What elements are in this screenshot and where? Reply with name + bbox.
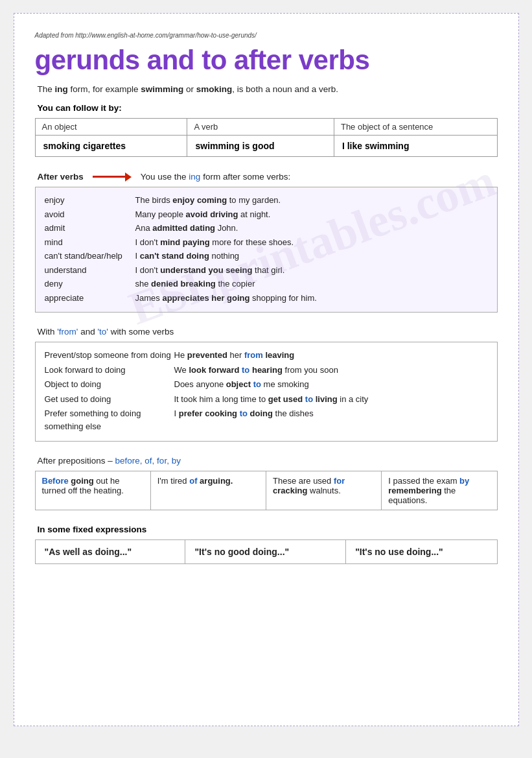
follow-label: You can follow it by: — [35, 103, 498, 113]
source-line: Adapted from http://www.english-at-home.… — [35, 32, 498, 39]
from-to-row-5: Prefer something to doing something else… — [45, 407, 488, 432]
prep-cell-2: I'm tired of arguing. — [150, 471, 266, 510]
intro-text-before: The — [38, 84, 55, 94]
col-cell-1: smoking cigarettes — [35, 136, 187, 157]
verb-appreciate: appreciate — [45, 292, 135, 305]
from-to-row-2: Look forward to doing We look forward to… — [45, 364, 488, 377]
verb-cant: can't stand/bear/help — [45, 250, 135, 263]
from-to-left-2: Look forward to doing — [45, 364, 174, 377]
verb-row-admit: admit Ana admitted dating John. — [45, 222, 488, 235]
verb-deny: deny — [45, 278, 135, 290]
quote-from: 'from' — [57, 327, 78, 337]
prepositions-title-before: After prepositions – — [38, 456, 115, 466]
from-to-title-before: With — [38, 327, 58, 337]
ing-blue: ing — [189, 172, 200, 182]
from-to-left-3: Object to doing — [45, 378, 174, 391]
smoking-bold: smoking — [196, 84, 233, 94]
verb-understand: understand — [45, 264, 135, 277]
swimming-bold: swimming — [141, 84, 183, 94]
verb-admit-example: Ana admitted dating John. — [135, 222, 488, 235]
from-to-row-4: Get used to doing It took him a long tim… — [45, 393, 488, 406]
prepositions-table: Before going out he turned off the heati… — [35, 471, 498, 510]
verb-enjoy: enjoy — [45, 194, 135, 207]
verb-row-appreciate: appreciate James appreciates her going s… — [45, 292, 488, 305]
verbs-box: enjoy The birds enjoy coming to my garde… — [35, 187, 498, 313]
fixed-title: In some fixed expressions — [35, 525, 498, 534]
quote-to: 'to' — [97, 327, 108, 337]
prep-cell-3: These are used for cracking walnuts. — [266, 471, 382, 510]
verb-row-cant: can't stand/bear/help I can't stand doin… — [45, 250, 488, 263]
intro-text-or: or — [183, 84, 196, 94]
after-verbs-desc: You use the ing form after some verbs: — [141, 172, 290, 182]
col-header-1: An object — [35, 119, 187, 136]
fixed-cell-1: "As well as doing..." — [35, 540, 185, 564]
intro-text-middle: form, for example — [68, 84, 141, 94]
from-to-right-1: He prevented her from leaving — [174, 349, 488, 362]
fixed-table: "As well as doing..." "It's no good doin… — [35, 539, 498, 564]
prep-cell-4: I passed the exam by remembering the equ… — [382, 471, 497, 510]
page: ESLprintables.com Adapted from http://ww… — [14, 13, 519, 726]
verb-cant-example: I can't stand doing nothing — [135, 250, 488, 263]
from-to-left-4: Get used to doing — [45, 393, 174, 406]
from-to-title: With 'from' and 'to' with some verbs — [35, 327, 498, 337]
intro-text: The ing form, for example swimming or sm… — [35, 84, 498, 94]
verb-row-avoid: avoid Many people avoid driving at night… — [45, 208, 488, 221]
from-to-left-1: Prevent/stop someone from doing — [45, 349, 174, 362]
from-to-row-3: Object to doing Does anyone object to me… — [45, 378, 488, 391]
verb-row-enjoy: enjoy The birds enjoy coming to my garde… — [45, 194, 488, 207]
from-to-right-5: I prefer cooking to doing the dishes — [174, 407, 488, 432]
page-title: gerunds and to after verbs — [35, 45, 498, 75]
verb-mind: mind — [45, 236, 135, 249]
verb-avoid-example: Many people avoid driving at night. — [135, 208, 488, 221]
prep-cell-1: Before going out he turned off the heati… — [35, 471, 150, 510]
verb-admit: admit — [45, 222, 135, 235]
prepositions-title: After prepositions – before, of, for, by — [35, 456, 498, 466]
verb-row-understand: understand I don't understand you seeing… — [45, 264, 488, 277]
intro-text-after: , is both a noun and a verb. — [232, 84, 338, 94]
fixed-cell-3: "It's no use doing..." — [346, 540, 497, 564]
arrow-icon — [93, 171, 132, 182]
after-verbs-header: After verbs You use the ing form after s… — [35, 171, 498, 182]
verb-row-mind: mind I don't mind paying more for these … — [45, 236, 488, 249]
from-to-right-3: Does anyone object to me smoking — [174, 378, 488, 391]
col-header-2: A verb — [187, 119, 334, 136]
cols-table: An object A verb The object of a sentenc… — [35, 118, 498, 157]
prepositions-items: before, of, for, by — [115, 456, 181, 466]
verb-deny-example: she denied breaking the copier — [135, 278, 488, 290]
from-to-title-after: with some verbs — [108, 327, 174, 337]
verb-enjoy-example: The birds enjoy coming to my garden. — [135, 194, 488, 207]
from-to-box: Prevent/stop someone from doing He preve… — [35, 342, 498, 442]
verb-understand-example: I don't understand you seeing that girl. — [135, 264, 488, 277]
from-to-title-mid: and — [78, 327, 97, 337]
col-cell-2: swimming is good — [187, 136, 334, 157]
verb-avoid: avoid — [45, 208, 135, 221]
after-verbs-label: After verbs — [38, 172, 84, 182]
col-header-3: The object of a sentence — [334, 119, 497, 136]
fixed-cell-2: "It's no good doing..." — [185, 540, 346, 564]
col-cell-3: I like swimming — [334, 136, 497, 157]
from-to-left-5: Prefer something to doing something else — [45, 407, 174, 432]
from-to-right-4: It took him a long time to get used to l… — [174, 393, 488, 406]
from-to-row-1: Prevent/stop someone from doing He preve… — [45, 349, 488, 362]
from-to-right-2: We look forward to hearing from you soon — [174, 364, 488, 377]
verb-mind-example: I don't mind paying more for these shoes… — [135, 236, 488, 249]
verb-row-deny: deny she denied breaking the copier — [45, 278, 488, 290]
ing-highlight: ing — [55, 84, 68, 94]
verb-appreciate-example: James appreciates her going shopping for… — [135, 292, 488, 305]
